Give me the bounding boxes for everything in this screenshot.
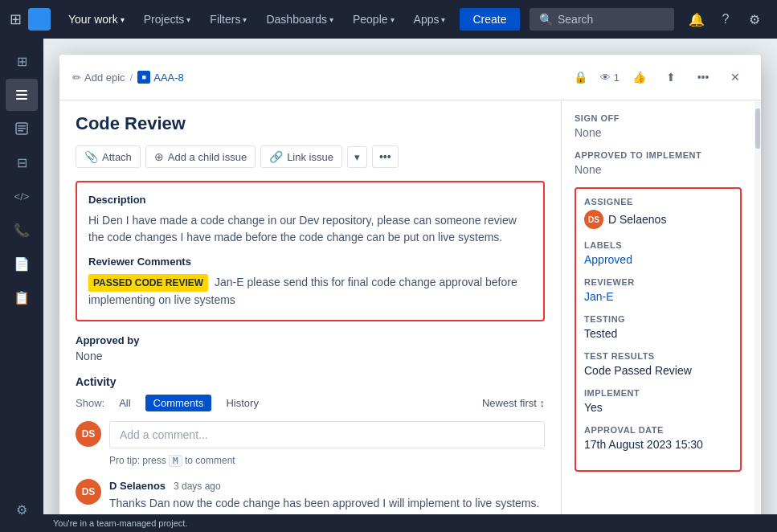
description-section: Description Hi Den I have made a code ch… xyxy=(76,181,545,321)
approved-to-implement-label: Approved to Implement xyxy=(575,150,742,160)
notifications-button[interactable]: 🔔 xyxy=(684,6,710,32)
link-icon: 🔗 xyxy=(269,150,283,163)
svg-rect-4 xyxy=(18,125,26,127)
activity-section: Activity Show: All Comments History Newe… xyxy=(76,375,545,512)
pencil-icon: ✏ xyxy=(72,72,81,84)
show-all-button[interactable]: All xyxy=(111,395,138,411)
settings-button[interactable]: ⚙ xyxy=(742,6,767,32)
nav-item-dashboards[interactable]: Dashboards ▾ xyxy=(258,8,341,31)
search-placeholder: Search xyxy=(558,13,593,26)
comment-time: 3 days ago xyxy=(174,481,221,492)
test-results-value: Code Passed Review xyxy=(584,364,732,377)
main-content: ✏ Add epic / ■ AAA-8 🔒 👁 1 👍 ⬆ ••• ✕ xyxy=(43,39,777,532)
add-child-issue-button[interactable]: ⊕ Add a child issue xyxy=(145,145,256,168)
assignee-field: Assignee DS D Selaenos xyxy=(584,197,732,229)
implement-label: Implement xyxy=(584,388,732,398)
sidebar-item-settings[interactable]: ⚙ xyxy=(6,493,38,526)
issue-icon: ■ xyxy=(137,71,150,84)
sidebar-item-phone[interactable]: 📞 xyxy=(6,214,38,246)
comment-input[interactable]: Add a comment... xyxy=(109,421,545,448)
nav-item-filters[interactable]: Filters ▾ xyxy=(202,8,255,31)
test-results-label: Test results xyxy=(584,351,732,361)
assignee-value: D Selaenos xyxy=(608,213,666,226)
approved-by-section: Approved by None xyxy=(76,334,545,362)
attach-button[interactable]: 📎 Attach xyxy=(76,145,141,168)
breadcrumb-issue[interactable]: ■ AAA-8 xyxy=(137,71,184,84)
review-text: PASSED CODE REVIEW Jan-E please send thi… xyxy=(88,274,532,309)
thumbsup-button[interactable]: 👍 xyxy=(626,64,652,90)
current-user-avatar: DS xyxy=(76,421,101,447)
top-navigation: ⊞ Your work ▾ Projects ▾ Filters ▾ Dashb… xyxy=(0,0,777,39)
link-issue-button[interactable]: 🔗 Link issue xyxy=(260,145,342,168)
watch-button[interactable]: 👁 1 xyxy=(600,72,620,84)
labels-field: Labels Approved xyxy=(584,240,732,266)
sort-button[interactable]: Newest first ↕ xyxy=(482,397,545,409)
create-button[interactable]: Create xyxy=(460,8,519,31)
labels-value[interactable]: Approved xyxy=(584,253,732,266)
comment-text: Thanks Dan now the code change has been … xyxy=(109,495,545,512)
left-panel: Code Review 📎 Attach ⊕ Add a child issue… xyxy=(59,100,562,529)
issue-title: Code Review xyxy=(76,113,545,134)
status-text: You're in a team-managed project. xyxy=(53,518,187,528)
lock-button[interactable]: 🔒 xyxy=(568,64,594,90)
reviewer-field: Reviewer Jan-E xyxy=(584,277,732,303)
test-results-field: Test results Code Passed Review xyxy=(584,351,732,377)
nav-item-yourwork[interactable]: Your work ▾ xyxy=(60,8,133,31)
activity-title: Activity xyxy=(76,375,545,388)
chevron-down-icon: ▾ xyxy=(243,15,247,24)
activity-show-row: Show: All Comments History Newest first … xyxy=(76,395,545,411)
chevron-down-icon: ▾ xyxy=(121,15,125,24)
modal-body: Code Review 📎 Attach ⊕ Add a child issue… xyxy=(59,100,761,529)
help-button[interactable]: ? xyxy=(713,6,738,32)
chevron-down-icon: ▾ xyxy=(329,15,333,24)
modal-header-actions: 🔒 👁 1 👍 ⬆ ••• ✕ xyxy=(568,64,748,90)
scroll-thumb xyxy=(755,108,760,149)
share-button[interactable]: ⬆ xyxy=(658,64,684,90)
pro-tip: Pro tip: press M to comment xyxy=(109,455,545,466)
sidebar-item-list[interactable] xyxy=(6,113,38,145)
sidebar-item-layers[interactable] xyxy=(6,79,38,111)
sidebar: ⊞ ⊟ </> 📞 📄 📋 ⚙ xyxy=(0,39,43,532)
testing-label: Testing xyxy=(584,314,732,324)
show-history-button[interactable]: History xyxy=(218,395,266,411)
breadcrumb-epic[interactable]: ✏ Add epic xyxy=(72,72,125,84)
toolbar-more-button[interactable]: ••• xyxy=(372,145,399,168)
modal-scrollbar[interactable] xyxy=(755,100,761,529)
nav-item-projects[interactable]: Projects ▾ xyxy=(136,8,199,31)
assignee-avatar: DS xyxy=(584,210,603,229)
more-button[interactable]: ••• xyxy=(690,64,716,90)
reviewer-comments-title: Reviewer Comments xyxy=(88,256,532,268)
m-key: M xyxy=(169,455,182,467)
sidebar-item-home[interactable]: ⊞ xyxy=(6,45,38,77)
right-panel: Sign Off None Approved to Implement None… xyxy=(562,100,755,529)
approval-date-value: 17th August 2023 15:30 xyxy=(584,438,732,451)
implement-value: Yes xyxy=(584,401,732,414)
sidebar-item-code[interactable]: </> xyxy=(6,180,38,212)
approval-date-field: Approval Date 17th August 2023 15:30 xyxy=(584,425,732,451)
comment-content: D Selaenos 3 days ago Thanks Dan now the… xyxy=(109,479,545,512)
issue-toolbar: 📎 Attach ⊕ Add a child issue 🔗 Link issu… xyxy=(76,145,545,168)
search-icon: 🔍 xyxy=(539,13,553,26)
description-text: Hi Den I have made a code change in our … xyxy=(88,212,532,246)
show-comments-button[interactable]: Comments xyxy=(145,395,212,411)
search-box[interactable]: 🔍 Search xyxy=(530,8,674,31)
grid-icon[interactable]: ⊞ xyxy=(10,10,22,28)
testing-field: Testing Tested xyxy=(584,314,732,340)
sidebar-item-table[interactable]: ⊟ xyxy=(6,146,38,178)
jira-logo[interactable] xyxy=(28,8,51,31)
toolbar-dropdown-button[interactable]: ▾ xyxy=(347,146,367,168)
sign-off-value: None xyxy=(575,126,742,139)
nav-item-apps[interactable]: Apps ▾ xyxy=(406,8,454,31)
assignee-label: Assignee xyxy=(584,197,732,207)
commenter-avatar: DS xyxy=(76,479,101,505)
sidebar-item-file[interactable]: 📄 xyxy=(6,248,38,280)
eye-icon: 👁 xyxy=(600,72,611,84)
sign-off-field: Sign Off None xyxy=(575,113,742,139)
nav-item-people[interactable]: People ▾ xyxy=(345,8,403,31)
modal-header: ✏ Add epic / ■ AAA-8 🔒 👁 1 👍 ⬆ ••• ✕ xyxy=(59,55,761,100)
svg-rect-0 xyxy=(16,90,27,92)
reviewer-value[interactable]: Jan-E xyxy=(584,290,732,303)
close-button[interactable]: ✕ xyxy=(722,64,748,90)
sidebar-item-clipboard[interactable]: 📋 xyxy=(6,281,38,313)
comment-item: DS D Selaenos 3 days ago Thanks Dan now … xyxy=(76,479,545,512)
